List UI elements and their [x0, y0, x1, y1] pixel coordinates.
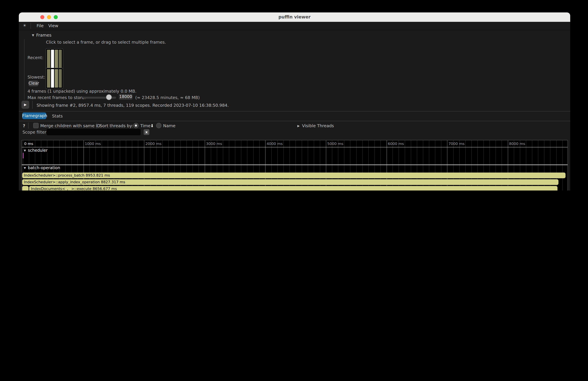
tab-flamegraph[interactable]: Flamegraph — [22, 112, 46, 119]
scope-bar[interactable]: IndexScheduler>::process_batch 8953.821 … — [22, 172, 566, 178]
scope-bar[interactable]: IndexScheduler>::apply_index_operation 8… — [22, 179, 558, 185]
axis-tick-label: 1000 ms — [85, 142, 101, 146]
collapse-triangle-icon: ▼ — [32, 34, 34, 37]
collapsed-triangle-icon: ▶ — [297, 124, 300, 127]
menu-bar: ☀ File View — [19, 22, 570, 30]
screen: puffin viewer ☀ File View ▼Frames Click … — [0, 0, 588, 190]
thread-header[interactable]: ▼scheduler — [24, 148, 50, 153]
axis-tick-label: 3000 ms — [206, 142, 222, 146]
sort-by-name-label: Name — [163, 123, 175, 128]
merge-children-label: Merge children with same ID — [40, 123, 100, 128]
frame-mini-bar[interactable] — [55, 69, 58, 88]
thread-name-label: batch-operation — [28, 166, 60, 170]
thread-header[interactable]: ▼batch-operation — [24, 166, 63, 170]
axis-tick-label: 4000 ms — [267, 142, 283, 146]
frame-mini-bar[interactable] — [51, 69, 54, 88]
frame-mini-bar[interactable] — [55, 50, 58, 68]
max-frames-label: Max recent frames to store: — [27, 95, 86, 100]
window-title: puffin viewer — [19, 14, 570, 20]
sort-by-time-label: Time — [140, 123, 150, 128]
thread-name-label: scheduler — [28, 148, 47, 153]
max-frames-note: (≈ 23428.5 minutes, ≈ 68 MB) — [135, 95, 200, 100]
divider — [19, 111, 570, 111]
slowest-frames-thumbnail[interactable] — [46, 68, 63, 89]
scope-bar[interactable] — [23, 153, 23, 158]
axis-tick-label: 7000 ms — [448, 142, 464, 146]
frame-mini-bar[interactable] — [51, 50, 54, 68]
frames-section-header[interactable]: ▼Frames — [32, 33, 52, 38]
slowest-frames-label: Slowest: — [27, 75, 45, 80]
clear-button[interactable]: Clear — [28, 81, 38, 86]
vertical-separator — [28, 123, 28, 128]
title-bar[interactable]: puffin viewer — [19, 12, 570, 22]
menu-separator — [31, 23, 31, 29]
vertical-separator — [97, 123, 97, 128]
collapse-triangle-icon: ▼ — [24, 149, 26, 152]
sort-threads-by-label: Sort threads by: — [100, 123, 133, 128]
flamegraph-panel[interactable]: 0 ms0 ms1000 ms1000 ms2000 ms2000 ms3000… — [21, 140, 568, 190]
thread-separator-line — [22, 147, 567, 147]
radio-selected-dot — [135, 125, 137, 127]
frame-mini-bar[interactable] — [59, 50, 62, 68]
visible-threads-expander[interactable]: ▶Visible Threads — [297, 123, 334, 128]
frames-hint-text: Click to select a frame, or drag to sele… — [46, 40, 166, 45]
divider — [19, 121, 570, 121]
help-button[interactable]: ? — [23, 123, 25, 128]
frame-info-text: Showing frame #2, 8957.4 ms, 7 threads, … — [37, 103, 229, 108]
sort-direction-arrow-icon[interactable]: ⬇ — [150, 123, 154, 128]
tab-stats[interactable]: Stats — [52, 113, 63, 119]
axis-tick-label: 5000 ms — [327, 142, 343, 146]
axis-tick-label: 8000 ms — [509, 142, 525, 146]
section-indent-line — [24, 39, 24, 100]
sort-by-time-radio[interactable] — [133, 123, 139, 128]
axis-tick-label: 0 ms — [24, 142, 33, 146]
scope-filter-clear-button[interactable]: x — [144, 129, 149, 135]
app-window: puffin viewer ☀ File View ▼Frames Click … — [19, 12, 570, 190]
merge-children-checkbox[interactable] — [33, 123, 39, 128]
frame-mini-bar[interactable] — [47, 69, 50, 88]
play-button[interactable]: ▶ — [21, 101, 29, 109]
scope-filter-label: Scope filter: — [22, 129, 48, 135]
visible-threads-label: Visible Threads — [302, 123, 334, 128]
menu-file[interactable]: File — [37, 23, 44, 28]
vertical-separator — [32, 101, 33, 109]
recent-frames-thumbnail[interactable] — [46, 48, 63, 69]
collapse-triangle-icon: ▼ — [24, 167, 26, 169]
frames-section-label: Frames — [36, 33, 52, 38]
axis-tick-label: 2000 ms — [145, 142, 161, 146]
max-frames-value[interactable]: 18000 — [119, 94, 133, 100]
thread-separator-line — [22, 165, 567, 165]
scope-bar[interactable]: IndexDocuments<_, _>::execute 8656.677 m… — [29, 186, 557, 190]
frame-mini-bar[interactable] — [47, 50, 50, 68]
theme-toggle-sun-icon[interactable]: ☀ — [23, 23, 26, 28]
sort-by-name-radio[interactable] — [156, 123, 161, 128]
axis-tick-label: 6000 ms — [388, 142, 404, 146]
recent-frames-label: Recent: — [27, 55, 43, 60]
frame-mini-bar[interactable] — [59, 69, 62, 88]
menu-view[interactable]: View — [48, 23, 58, 28]
max-frames-slider-knob[interactable] — [106, 94, 112, 100]
scope-bar[interactable] — [22, 186, 28, 190]
scope-filter-input[interactable] — [47, 129, 141, 135]
frames-usage-text: 4 frames (1 unpacked) using approximatel… — [27, 89, 136, 94]
